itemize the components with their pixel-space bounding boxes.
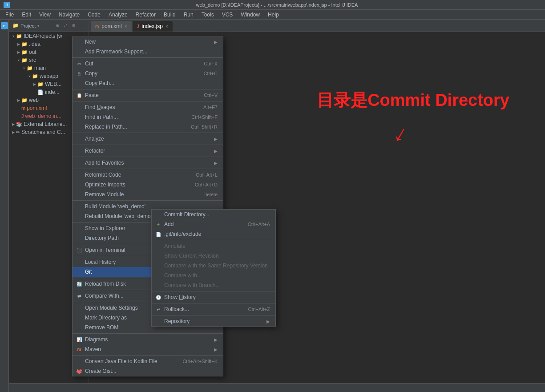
tab-pom[interactable]: m pom.xml × [91, 21, 132, 32]
menu-run[interactable]: Run [180, 11, 197, 19]
ctx-label: Compare with the Same Repository Version [164, 263, 268, 269]
separator [73, 355, 223, 356]
ctx-shortcut: Ctrl+Alt+Shift+K [182, 359, 218, 364]
menu-edit[interactable]: Edit [18, 11, 35, 19]
separator [73, 89, 223, 89]
git-rollback[interactable]: ↩ Rollback... Ctrl+Alt+Z [152, 304, 275, 314]
project-tool-btn-2[interactable]: ⇌ [62, 22, 69, 29]
ctx-label: Remove BOM [85, 324, 118, 331]
expand-arrow: ▾ [11, 33, 16, 39]
menu-build[interactable]: Build [160, 11, 179, 19]
menu-window[interactable]: Window [237, 11, 263, 19]
webapp-folder-icon: 📁 [32, 73, 38, 79]
tree-item-label: Scratches and C... [21, 129, 65, 135]
project-tool-btn-4[interactable]: — [78, 22, 85, 29]
ctx-remove-module[interactable]: Remove Module Delete [73, 190, 223, 199]
ctx-copy-path[interactable]: Copy Path... [73, 78, 223, 88]
ctx-label: Open in Terminal [85, 247, 125, 253]
tree-item-label: web [29, 97, 39, 103]
status-bar [0, 383, 545, 392]
index-file-icon: 📄 [37, 89, 44, 95]
separator [152, 303, 275, 303]
git-add[interactable]: + Add Ctrl+Alt+A [152, 219, 275, 229]
separator [73, 57, 223, 58]
tree-item-label: IDEAProjects [w [24, 33, 62, 39]
chevron-down-icon[interactable]: ▾ [37, 24, 40, 28]
ctx-analyze[interactable]: Analyze ▶ [73, 134, 223, 144]
ctx-label: Add Framework Support... [85, 48, 147, 55]
title-bar: J web_demo [D:\IDEAProjects] - ...\src\m… [0, 0, 545, 10]
ctx-paste[interactable]: 📋 Paste Ctrl+V [73, 90, 223, 100]
ctx-label: Add [164, 221, 174, 227]
tab-indexjsp[interactable]: J index.jsp × [133, 21, 173, 32]
tree-item-label: webapp [40, 73, 58, 79]
project-tool-btn-3[interactable]: ⚙ [70, 22, 77, 29]
ctx-optimize-imports[interactable]: Optimize Imports Ctrl+Alt+O [73, 180, 223, 190]
project-folder-icon: 📁 [16, 33, 22, 39]
tree-item-label: src [29, 57, 36, 63]
ctx-label: Show History [164, 294, 196, 300]
ctx-add-framework[interactable]: Add Framework Support... [73, 47, 223, 57]
menu-refactor[interactable]: Refactor [132, 11, 159, 19]
ctx-label: Copy Path... [85, 80, 114, 86]
separator [73, 169, 223, 169]
ctx-replace-path[interactable]: Replace in Path... Ctrl+Shift+R [73, 122, 223, 132]
menu-view[interactable]: View [36, 11, 54, 19]
ctx-label: Rollback... [164, 306, 189, 312]
submenu-arrow: ▶ [214, 337, 218, 342]
menu-navigate[interactable]: Navigate [55, 11, 83, 19]
ctx-refactor[interactable]: Refactor ▶ [73, 146, 223, 156]
tab-close-pom[interactable]: × [125, 24, 127, 29]
tab-close-indexjsp[interactable]: × [166, 24, 168, 29]
project-tool-btn-1[interactable]: ⊕ [54, 22, 61, 29]
ctx-find-usages[interactable]: Find Usages Alt+F7 [73, 102, 223, 112]
ctx-find-path[interactable]: Find in Path... Ctrl+Shift+F [73, 112, 223, 122]
tree-item-label: pom.xml [27, 105, 47, 111]
menu-tools[interactable]: Tools [198, 11, 218, 19]
ctx-label: Compare with Branch... [164, 282, 220, 288]
app-icon: J [4, 2, 10, 8]
ctx-copy[interactable]: ⎘ Copy Ctrl+C [73, 69, 223, 78]
git-commit-directory[interactable]: Commit Directory... [152, 210, 275, 219]
project-header-label: Project [20, 23, 36, 28]
ctx-create-gist[interactable]: 🐙 Create Gist... [73, 366, 223, 376]
menu-code[interactable]: Code [84, 11, 104, 19]
expand-arrow: ▶ [32, 81, 37, 87]
menu-file[interactable]: File [2, 11, 17, 19]
git-show-history[interactable]: 🕐 Show History [152, 292, 275, 302]
ctx-label: Replace in Path... [85, 124, 127, 130]
ctx-label: Create Gist... [85, 368, 117, 374]
window-title: web_demo [D:\IDEAProjects] - ...\src\mai… [12, 2, 541, 8]
menu-bar: File Edit View Navigate Code Analyze Ref… [0, 10, 545, 20]
expand-arrow: ▶ [16, 97, 21, 103]
menu-help[interactable]: Help [264, 11, 283, 19]
git-compare-with: Compare with... [152, 271, 275, 280]
ctx-new[interactable]: New ▶ [73, 37, 223, 47]
git-exclude[interactable]: 📄 .git/info/exclude [152, 229, 275, 239]
ctx-add-favorites[interactable]: Add to Favorites ▶ [73, 158, 223, 168]
file-icon: 📄 [155, 231, 161, 237]
ctx-convert-kotlin[interactable]: Convert Java File to Kotlin File Ctrl+Al… [73, 356, 223, 366]
ctx-cut[interactable]: ✂ Cut Ctrl+X [73, 59, 223, 69]
ctx-shortcut: Ctrl+Alt+A [248, 222, 270, 227]
copy-icon: ⎘ [76, 70, 82, 77]
git-repository[interactable]: Repository ▶ [152, 316, 275, 326]
ctx-shortcut: Ctrl+Shift+F [191, 114, 218, 120]
submenu-arrow: ▶ [214, 149, 218, 154]
menu-vcs[interactable]: VCS [218, 11, 237, 19]
sidebar-project-icon[interactable]: P [1, 22, 8, 29]
separator [73, 101, 223, 101]
ctx-label: Repository [164, 318, 190, 324]
ctx-diagrams[interactable]: 📊 Diagrams ▶ [73, 335, 223, 344]
src-folder-icon: 📁 [21, 57, 28, 63]
main-folder-icon: 📁 [27, 65, 33, 71]
submenu-arrow: ▶ [214, 40, 218, 44]
tree-item-label: WEB... [45, 81, 61, 87]
ctx-label: Refactor [85, 148, 105, 154]
menu-analyze[interactable]: Analyze [105, 11, 131, 19]
paste-icon: 📋 [76, 92, 82, 98]
rollback-icon: ↩ [155, 306, 161, 312]
ctx-reformat[interactable]: Reformat Code Ctrl+Alt+L [73, 170, 223, 180]
ctx-maven[interactable]: m Maven ▶ [73, 344, 223, 354]
webdemo-file-icon: J [21, 113, 24, 119]
